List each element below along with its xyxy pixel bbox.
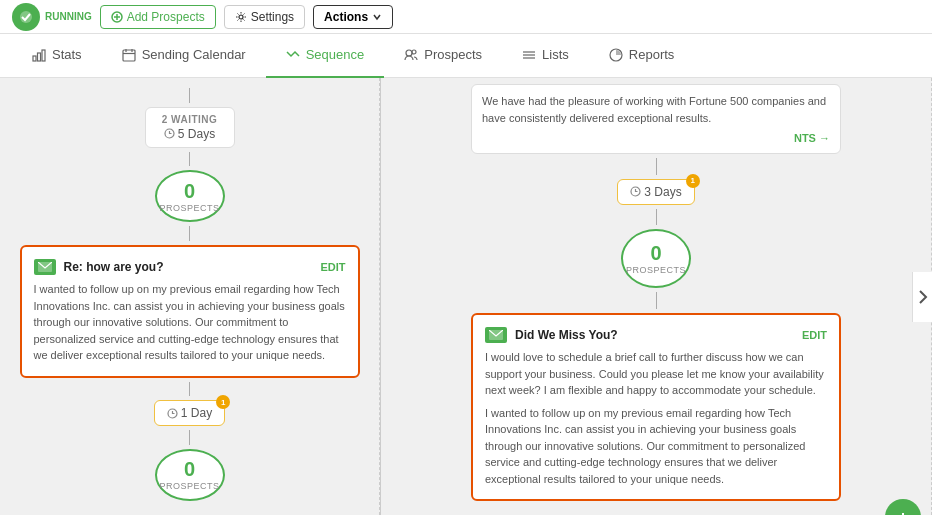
running-icon <box>12 3 40 31</box>
clock-icon-day-right <box>630 186 641 197</box>
email-card-1: Re: how are you? EDIT I wanted to follow… <box>20 245 360 378</box>
day-box-right: 1 3 Days <box>617 179 694 205</box>
settings-button[interactable]: Settings <box>224 5 305 29</box>
svg-point-0 <box>20 11 32 23</box>
email-subject-2: Did We Miss You? <box>515 328 802 342</box>
nts-link[interactable]: NTS → <box>794 132 830 144</box>
sequence-right-col: We have had the pleasure of working with… <box>381 78 932 515</box>
tab-lists[interactable]: Lists <box>502 34 589 78</box>
email-body-1: I wanted to follow up on my previous ema… <box>34 281 346 364</box>
svg-point-12 <box>406 50 412 56</box>
connector-top <box>189 88 190 103</box>
lists-icon <box>522 48 536 62</box>
day-clock-left: 1 Day <box>167 406 212 420</box>
svg-point-4 <box>239 15 243 19</box>
prospects-circle-right: 0 PROSPECTS <box>621 229 691 288</box>
prospects-icon <box>404 48 418 62</box>
running-label: RUNNING <box>45 11 92 22</box>
calendar-icon <box>122 48 136 62</box>
edit-link-2[interactable]: EDIT <box>802 329 827 341</box>
day-badge-left: 1 <box>216 395 230 409</box>
email-icon-2 <box>485 327 507 343</box>
chevron-down-icon <box>372 12 382 22</box>
intro-text: We have had the pleasure of working with… <box>482 93 830 126</box>
right-connector-2 <box>656 209 657 226</box>
sequence-left-col: 2 WAITING 5 Days 0 PROSPECTS Re <box>0 78 380 515</box>
right-connector-1 <box>656 158 657 175</box>
stats-icon <box>32 48 46 62</box>
add-step-button[interactable] <box>885 499 921 515</box>
tab-prospects[interactable]: Prospects <box>384 34 502 78</box>
tab-sending-calendar[interactable]: Sending Calendar <box>102 34 266 78</box>
email-card-2: Did We Miss You? EDIT I would love to sc… <box>471 313 841 501</box>
arrow-right-icon <box>918 289 928 305</box>
intro-card: We have had the pleasure of working with… <box>471 84 841 154</box>
edit-link-1[interactable]: EDIT <box>320 261 345 273</box>
clock-icon-day-left <box>167 408 178 419</box>
top-bar: RUNNING Add Prospects Settings Actions <box>0 0 932 34</box>
email-subject-1: Re: how are you? <box>64 260 321 274</box>
svg-rect-8 <box>123 50 135 61</box>
reports-icon <box>609 48 623 62</box>
connector-2 <box>189 226 190 241</box>
envelope-icon-1 <box>38 262 52 272</box>
svg-rect-5 <box>33 56 36 61</box>
waiting-box: 2 WAITING 5 Days <box>145 107 235 148</box>
plus-circle-icon <box>895 509 911 515</box>
day-box-left: 1 1 Day <box>154 400 225 426</box>
email-body-2b: I wanted to follow up on my previous ema… <box>485 405 827 488</box>
waiting-label: 2 WAITING <box>160 114 220 125</box>
scroll-right-button[interactable] <box>912 272 932 322</box>
prospects-circle-top: 0 PROSPECTS <box>155 170 225 222</box>
email-card-header-2: Did We Miss You? EDIT <box>485 327 827 343</box>
svg-rect-7 <box>42 50 45 61</box>
add-prospects-button[interactable]: Add Prospects <box>100 5 216 29</box>
settings-icon <box>235 11 247 23</box>
email-body-2a: I would love to schedule a brief call to… <box>485 349 827 399</box>
svg-point-13 <box>412 50 416 54</box>
tab-sequence[interactable]: Sequence <box>266 34 385 78</box>
email-card-header-1: Re: how are you? EDIT <box>34 259 346 275</box>
tab-stats[interactable]: Stats <box>12 34 102 78</box>
plus-icon <box>111 11 123 23</box>
waiting-days: 5 Days <box>160 127 220 141</box>
actions-button[interactable]: Actions <box>313 5 393 29</box>
connector-4 <box>189 430 190 445</box>
svg-rect-6 <box>38 53 41 61</box>
day-badge-right: 1 <box>686 174 700 188</box>
nav-tabs: Stats Sending Calendar Sequence Prospect… <box>0 34 932 78</box>
prospects-circle-bottom: 0 PROSPECTS <box>155 449 225 501</box>
nts-container: NTS → <box>482 130 830 145</box>
check-icon <box>19 10 33 24</box>
running-badge: RUNNING <box>12 3 92 31</box>
right-connector-3 <box>656 292 657 309</box>
sequence-content: 2 WAITING 5 Days 0 PROSPECTS Re <box>0 78 932 515</box>
clock-icon-left <box>164 128 175 139</box>
email-icon-1 <box>34 259 56 275</box>
sequence-icon <box>286 48 300 62</box>
connector-3 <box>189 382 190 397</box>
day-clock-right: 3 Days <box>630 185 681 199</box>
connector-1 <box>189 152 190 167</box>
envelope-icon-2 <box>489 330 503 340</box>
tab-reports[interactable]: Reports <box>589 34 695 78</box>
